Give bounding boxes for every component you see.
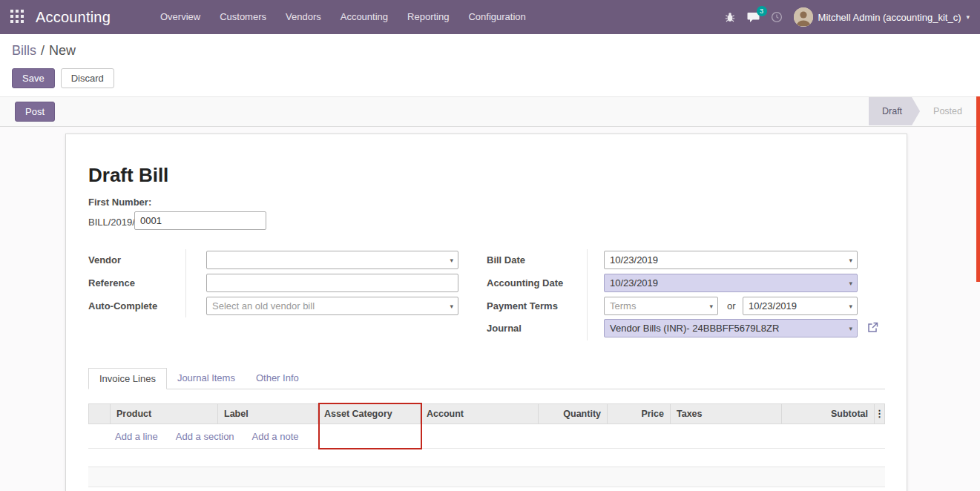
chevron-down-icon: ▾ bbox=[966, 13, 970, 21]
kebab-icon: ⋮ bbox=[875, 408, 884, 419]
column-header-account[interactable]: Account bbox=[421, 403, 539, 424]
menu-item-customers[interactable]: Customers bbox=[210, 0, 276, 34]
add-a-note-link[interactable]: Add a note bbox=[252, 431, 299, 442]
tab-invoice-lines[interactable]: Invoice Lines bbox=[88, 368, 167, 389]
row-handle-column-header bbox=[88, 403, 111, 424]
navbar-right: 3 Mitchell Admin (accounting_kit_c) ▾ bbox=[724, 7, 980, 27]
group-separator bbox=[185, 249, 186, 317]
bill-form-sheet: Draft Bill First Number: BILL/2019/ Vend… bbox=[65, 134, 907, 491]
or-label: or bbox=[727, 297, 736, 315]
odoo-accounting-screen: Accounting Overview Customers Vendors Ac… bbox=[0, 0, 980, 491]
main-content: Draft Bill First Number: BILL/2019/ Vend… bbox=[0, 127, 980, 491]
dropdown-caret-icon: ▾ bbox=[709, 297, 713, 315]
column-header-label[interactable]: Label bbox=[218, 403, 318, 424]
status-draft[interactable]: Draft bbox=[869, 97, 920, 125]
top-menu: Overview Customers Vendors Accounting Re… bbox=[151, 0, 536, 34]
optional-columns-toggle[interactable]: ⋮ bbox=[875, 403, 885, 424]
menu-item-vendors[interactable]: Vendors bbox=[276, 0, 331, 34]
activities-clock-icon[interactable] bbox=[771, 11, 783, 23]
status-posted[interactable]: Posted bbox=[920, 97, 976, 125]
due-date-select[interactable]: 10/23/2019 ▾ bbox=[743, 297, 858, 315]
debug-bug-icon[interactable] bbox=[724, 11, 736, 23]
tab-other-info[interactable]: Other Info bbox=[246, 368, 309, 389]
journal-label: Journal bbox=[487, 319, 582, 337]
control-panel: Bills/New Save Discard bbox=[0, 34, 980, 96]
status-pipeline: Draft Posted bbox=[869, 97, 976, 125]
accounting-date-label: Accounting Date bbox=[487, 274, 582, 292]
column-header-product[interactable]: Product bbox=[111, 403, 218, 424]
add-a-line-link[interactable]: Add a line bbox=[115, 431, 158, 442]
bill-number-input[interactable] bbox=[134, 211, 266, 230]
journal-select[interactable]: Vendor Bills (INR)- 24BBBFF5679L8ZR ▾ bbox=[604, 319, 858, 337]
menu-item-configuration[interactable]: Configuration bbox=[458, 0, 535, 34]
apps-grid-icon bbox=[10, 10, 24, 25]
payment-terms-label: Payment Terms bbox=[487, 297, 582, 315]
journal-value: Vendor Bills (INR)- 24BBBFF5679L8ZR bbox=[610, 323, 779, 334]
add-a-section-link[interactable]: Add a section bbox=[176, 431, 234, 442]
vendor-label: Vendor bbox=[88, 251, 183, 269]
statusbar: Post Draft Posted bbox=[0, 96, 980, 127]
bill-date-select[interactable]: 10/23/2019 ▾ bbox=[604, 251, 858, 269]
scrollbar-thumb[interactable] bbox=[976, 96, 980, 282]
journal-external-link-icon[interactable] bbox=[867, 322, 879, 334]
messages-badge: 3 bbox=[757, 6, 767, 16]
menu-item-overview[interactable]: Overview bbox=[151, 0, 210, 34]
auto-complete-placeholder: Select an old vendor bill bbox=[212, 300, 315, 312]
breadcrumb-separator: / bbox=[41, 43, 45, 58]
due-date-value: 10/23/2019 bbox=[749, 300, 797, 312]
menu-item-reporting[interactable]: Reporting bbox=[398, 0, 458, 34]
column-header-quantity[interactable]: Quantity bbox=[539, 403, 608, 424]
notebook-tabs: Invoice Lines Journal Items Other Info bbox=[88, 368, 309, 389]
dropdown-caret-icon: ▾ bbox=[849, 251, 852, 269]
dropdown-caret-icon: ▾ bbox=[849, 274, 852, 292]
page-title: Draft Bill bbox=[88, 164, 168, 187]
save-button[interactable]: Save bbox=[12, 68, 55, 88]
bill-number-prefix: BILL/2019/ bbox=[88, 213, 135, 231]
group-separator bbox=[587, 249, 588, 340]
payment-terms-placeholder: Terms bbox=[610, 300, 636, 312]
tab-journal-items[interactable]: Journal Items bbox=[167, 368, 246, 389]
column-header-subtotal[interactable]: Subtotal bbox=[782, 403, 875, 424]
app-name: Accounting bbox=[36, 9, 111, 26]
bill-date-value: 10/23/2019 bbox=[610, 254, 658, 266]
vendor-select[interactable]: ▾ bbox=[206, 251, 458, 269]
avatar bbox=[794, 7, 813, 27]
dropdown-caret-icon: ▾ bbox=[849, 320, 852, 337]
reference-label: Reference bbox=[88, 274, 183, 292]
user-menu[interactable]: Mitchell Admin (accounting_kit_c) ▾ bbox=[794, 7, 970, 27]
messages-icon[interactable]: 3 bbox=[747, 12, 760, 23]
reference-input[interactable] bbox=[206, 274, 458, 292]
column-header-price[interactable]: Price bbox=[608, 403, 671, 424]
breadcrumb-bills[interactable]: Bills bbox=[12, 43, 36, 58]
column-header-asset-category[interactable]: Asset Category bbox=[318, 403, 421, 424]
control-panel-buttons: Save Discard bbox=[12, 68, 114, 88]
apps-menu-button[interactable] bbox=[9, 9, 25, 25]
user-name: Mitchell Admin (accounting_kit_c) bbox=[818, 12, 961, 23]
post-button[interactable]: Post bbox=[15, 102, 55, 122]
first-number-label: First Number: bbox=[88, 197, 151, 208]
bill-date-label: Bill Date bbox=[487, 251, 582, 269]
menu-item-accounting[interactable]: Accounting bbox=[331, 0, 398, 34]
column-header-taxes[interactable]: Taxes bbox=[671, 403, 782, 424]
breadcrumb-current: New bbox=[49, 43, 76, 58]
dropdown-caret-icon: ▾ bbox=[450, 297, 453, 315]
accounting-date-select[interactable]: 10/23/2019 ▾ bbox=[604, 274, 858, 292]
auto-complete-label: Auto-Complete bbox=[88, 297, 183, 315]
totals-band bbox=[88, 467, 885, 487]
list-add-row: Add a line Add a section Add a note bbox=[88, 424, 885, 449]
dropdown-caret-icon: ▾ bbox=[849, 297, 852, 315]
dropdown-caret-icon: ▾ bbox=[450, 251, 453, 269]
top-navbar: Accounting Overview Customers Vendors Ac… bbox=[0, 0, 980, 34]
discard-button[interactable]: Discard bbox=[61, 68, 114, 88]
breadcrumb: Bills/New bbox=[12, 43, 76, 59]
payment-terms-select[interactable]: Terms ▾ bbox=[604, 297, 718, 315]
auto-complete-select[interactable]: Select an old vendor bill ▾ bbox=[206, 297, 458, 315]
accounting-date-value: 10/23/2019 bbox=[610, 277, 658, 289]
invoice-lines-header: Product Label Asset Category Account Qua… bbox=[88, 403, 885, 424]
